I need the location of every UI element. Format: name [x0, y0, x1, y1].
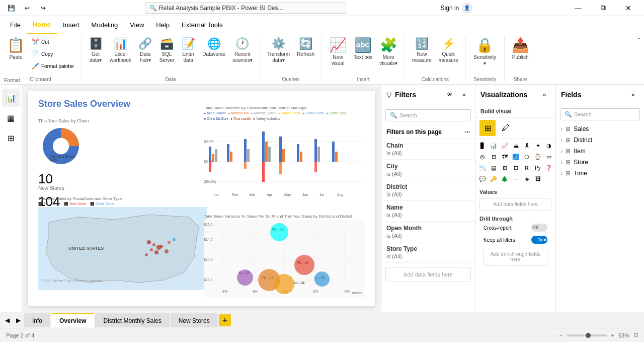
- restore-button[interactable]: ⧉: [592, 0, 615, 16]
- cross-report-toggle[interactable]: Off: [531, 224, 547, 232]
- viz-map[interactable]: 🗺: [500, 152, 510, 162]
- zoom-slider[interactable]: [567, 334, 607, 336]
- redo-icon[interactable]: ↪: [36, 1, 50, 15]
- viz-key-influencers[interactable]: 🔑: [489, 174, 499, 184]
- drill-drop-area[interactable]: Add drill-through fields here: [484, 248, 547, 266]
- menu-file[interactable]: File: [4, 16, 27, 34]
- fields-search-box[interactable]: 🔍 Search: [560, 108, 640, 120]
- filter-chain[interactable]: Chain is (All): [381, 139, 475, 160]
- copy-button[interactable]: 📄Copy: [29, 48, 77, 59]
- recent-sources-button[interactable]: 🕐 Recentsources▾: [229, 36, 256, 73]
- keep-filters-toggle[interactable]: On●: [531, 236, 547, 244]
- viz-column-chart[interactable]: 📊: [489, 141, 499, 151]
- ribbon-collapse-button[interactable]: ⌃: [636, 36, 642, 44]
- filters-search-box[interactable]: 🔍 Search: [385, 109, 471, 121]
- viz-r-visual[interactable]: R: [522, 163, 532, 173]
- viz-smart-narrative[interactable]: 💬: [477, 174, 488, 184]
- format-painter-button[interactable]: 🖌️Format painter: [29, 60, 77, 72]
- tab-new-stores[interactable]: New Stores: [171, 313, 218, 327]
- undo-icon[interactable]: ↩: [20, 1, 34, 15]
- viz-pie-chart[interactable]: ◑: [544, 141, 554, 151]
- filters-expand-icon[interactable]: »: [458, 89, 470, 101]
- quick-measure-button[interactable]: ⚡ Quickmeasure: [436, 36, 461, 73]
- viz-image[interactable]: 🖼: [533, 174, 543, 184]
- viz-treemap[interactable]: ⊟: [489, 152, 499, 162]
- viz-decomp-tree[interactable]: 🌲: [500, 174, 510, 184]
- filters-more-icon[interactable]: ···: [465, 128, 470, 135]
- enter-data-button[interactable]: 📝 Enterdata: [178, 36, 198, 73]
- viz-slicer[interactable]: ▤: [489, 163, 499, 173]
- filter-district[interactable]: District is (All): [381, 180, 475, 201]
- data-hub-button[interactable]: 🔗 Datahub▾: [135, 36, 155, 73]
- viz-qa[interactable]: ❓: [544, 163, 554, 173]
- menu-home[interactable]: Home: [27, 16, 57, 34]
- sidebar-report-button[interactable]: 📊: [2, 89, 20, 107]
- save-icon[interactable]: 💾: [4, 1, 18, 15]
- minimize-button[interactable]: —: [567, 0, 590, 16]
- viz-mode-visual[interactable]: ⊞: [479, 120, 496, 136]
- dataverse-button[interactable]: 🌐 Dataverse: [199, 36, 228, 73]
- viz-area-chart[interactable]: ⛰: [511, 141, 521, 151]
- sql-server-button[interactable]: 🗃️ SQLServer: [156, 36, 177, 73]
- viz-donut-chart[interactable]: ◎: [477, 152, 488, 162]
- sidebar-model-button[interactable]: ⊞: [2, 129, 20, 147]
- zoom-minus[interactable]: −: [559, 332, 562, 338]
- filters-eye-icon[interactable]: 👁: [444, 89, 456, 101]
- filter-name[interactable]: Name is (All): [381, 201, 475, 222]
- viz-mode-format[interactable]: 🖊: [498, 120, 514, 136]
- menu-help[interactable]: Help: [150, 16, 176, 34]
- tab-info[interactable]: Info: [24, 313, 50, 327]
- more-visuals-button[interactable]: 🧩 Morevisuals▾: [376, 36, 400, 73]
- get-data-button[interactable]: 🗄️ Getdata▾: [86, 36, 106, 73]
- viz-python[interactable]: Py: [533, 163, 543, 173]
- field-time[interactable]: › ⊞ Time: [556, 168, 644, 179]
- excel-workbook-button[interactable]: 📊 Excelworkbook: [107, 36, 134, 73]
- fields-expand-icon[interactable]: »: [627, 89, 639, 101]
- viz-funnel[interactable]: ⬡: [522, 152, 532, 162]
- refresh-button[interactable]: 🔄 Refresh: [294, 36, 317, 73]
- close-button[interactable]: ✕: [617, 0, 640, 16]
- tab-overview[interactable]: Overview: [51, 313, 94, 327]
- text-box-button[interactable]: 🔤 Text box: [351, 36, 375, 73]
- field-item[interactable]: › ⊞ Item: [556, 146, 644, 157]
- tab-nav-prev[interactable]: ◀: [2, 314, 12, 326]
- values-drop-area[interactable]: Add data fields here: [479, 198, 551, 211]
- paste-button[interactable]: 📋 Paste: [4, 36, 28, 73]
- viz-table[interactable]: ⊞: [500, 163, 510, 173]
- viz-gauge[interactable]: ⌚: [533, 152, 543, 162]
- field-store[interactable]: › ⊞ Store: [556, 157, 644, 168]
- viz-bar-chart[interactable]: ▊: [477, 141, 488, 151]
- viz-more[interactable]: ···: [511, 174, 521, 184]
- filter-city[interactable]: City is (All): [381, 160, 475, 180]
- field-district[interactable]: › ⊞ District: [556, 134, 644, 146]
- new-measure-button[interactable]: 🔢 Newmeasure: [409, 36, 435, 73]
- publish-button[interactable]: 📤 Publish: [509, 36, 532, 73]
- viz-shape[interactable]: ◈: [522, 174, 532, 184]
- tab-district-monthly[interactable]: District Monthly Sales: [95, 313, 169, 327]
- menu-external-tools[interactable]: External Tools: [176, 16, 228, 34]
- menu-view[interactable]: View: [124, 16, 150, 34]
- sign-in-button[interactable]: Sign in 👤: [441, 3, 472, 13]
- filters-add-fields[interactable]: Add data fields here: [385, 267, 471, 282]
- viz-card[interactable]: ▭: [544, 152, 554, 162]
- viz-ribbon-chart[interactable]: 🎗: [522, 141, 532, 151]
- transform-data-button[interactable]: ⚙️ Transformdata▾: [264, 36, 293, 73]
- tab-nav-next[interactable]: ▶: [13, 314, 23, 326]
- viz-matrix[interactable]: ⊟: [511, 163, 521, 173]
- field-sales[interactable]: › ⊞ Sales: [556, 123, 644, 134]
- sensitivity-button[interactable]: 🔒 Sensitivity▾: [470, 36, 500, 73]
- sidebar-data-button[interactable]: ▦: [2, 109, 20, 127]
- tab-add-button[interactable]: +: [219, 314, 231, 326]
- new-visual-button[interactable]: 📈 Newvisual: [326, 36, 350, 73]
- viz-line-chart[interactable]: 📈: [500, 141, 510, 151]
- viz-expand-icon[interactable]: »: [538, 89, 550, 101]
- viz-scatter-chart[interactable]: ✦: [533, 141, 543, 151]
- menu-modeling[interactable]: Modeling: [86, 16, 124, 34]
- zoom-plus[interactable]: +: [611, 332, 614, 338]
- fit-page-icon[interactable]: ⊡: [633, 332, 638, 338]
- cut-button[interactable]: ✂️Cut: [29, 36, 77, 47]
- filter-store-type[interactable]: Store Type is (All): [381, 242, 475, 263]
- viz-kpi[interactable]: 📉: [477, 163, 488, 173]
- filter-open-month[interactable]: Open Month is (All): [381, 222, 475, 242]
- viz-filled-map[interactable]: 🗾: [511, 152, 521, 162]
